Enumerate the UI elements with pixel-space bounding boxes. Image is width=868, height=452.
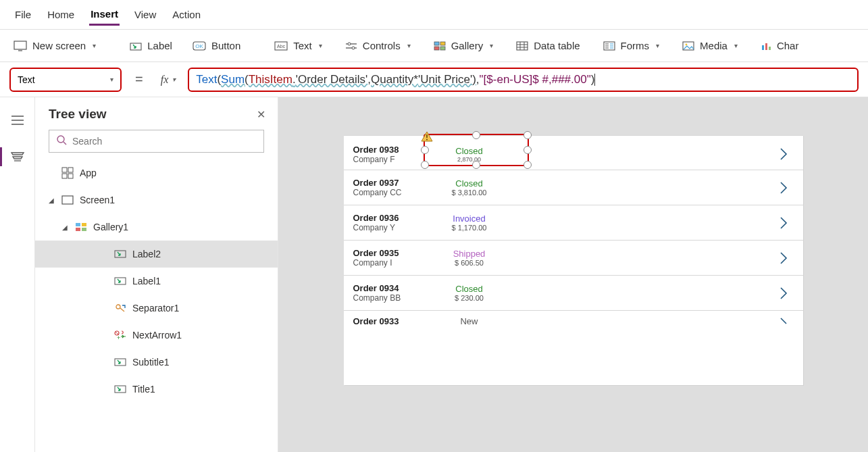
next-arrow-icon[interactable] [510, 180, 794, 195]
resize-handle[interactable] [472, 161, 480, 169]
property-selector-value: Text [18, 74, 35, 85]
tree-node-subtitle1[interactable]: Subtitle1 [35, 349, 278, 376]
label-button[interactable]: Label [130, 40, 172, 51]
order-status: New [429, 316, 510, 326]
workspace: Tree view ✕ App ◢ Screen1 [0, 97, 868, 452]
app-preview[interactable]: Order 0938 Company F Closed 2,870.00 Ord… [344, 135, 803, 385]
menu-home[interactable]: Home [46, 5, 76, 24]
table-icon [516, 41, 528, 51]
menu-insert[interactable]: Insert [89, 4, 120, 26]
resize-handle[interactable] [421, 146, 429, 154]
tree-search-input[interactable] [72, 136, 257, 147]
fx-button[interactable]: fx▾ [157, 72, 180, 87]
label-icon [113, 382, 127, 396]
svg-rect-43 [82, 223, 86, 226]
data-table-button[interactable]: Data table [516, 40, 580, 51]
tree-view-panel: Tree view ✕ App ◢ Screen1 [35, 97, 278, 452]
order-price: $ 3,810.00 [429, 189, 510, 197]
svg-point-55 [426, 139, 428, 141]
next-arrow-icon[interactable] [510, 216, 794, 230]
resize-handle[interactable] [524, 131, 532, 139]
tree-search[interactable] [49, 130, 264, 153]
svg-rect-41 [62, 196, 73, 204]
close-icon[interactable]: ✕ [257, 108, 265, 121]
resize-handle[interactable] [421, 161, 429, 169]
svg-rect-13 [434, 47, 439, 50]
tok-format: "[$-en-US]$ #,###.00" [480, 73, 591, 86]
icon-group-icon: + [113, 328, 127, 342]
tree-node-title1[interactable]: Title1 [35, 376, 278, 403]
chevron-down-icon: ▾ [110, 76, 113, 83]
order-row[interactable]: Order 0938 Company F Closed 2,870.00 [344, 135, 803, 170]
canvas[interactable]: Order 0938 Company F Closed 2,870.00 Ord… [278, 97, 868, 452]
label-label: Label [147, 40, 172, 51]
svg-rect-15 [517, 42, 528, 50]
order-company: Company BB [353, 293, 429, 303]
svg-text:OK: OK [195, 43, 203, 49]
order-id: Order 0933 [353, 316, 429, 326]
svg-point-28 [686, 43, 688, 45]
label-icon [113, 274, 127, 288]
order-status: Closed [429, 284, 510, 294]
screen-icon [61, 193, 74, 207]
tree-node-label: NextArrow1 [132, 330, 182, 341]
tok-mul: * [413, 73, 418, 86]
tree-node-label: Label1 [132, 276, 161, 286]
svg-rect-11 [434, 42, 439, 45]
forms-label: Forms [621, 40, 650, 51]
order-row[interactable]: Order 0934 Company BB Closed $ 230.00 [344, 276, 803, 311]
order-id: Order 0935 [353, 248, 429, 258]
chart-icon [761, 41, 771, 51]
tok-thisitem: ThisItem [249, 73, 292, 86]
tree-node-screen1[interactable]: ◢ Screen1 [35, 186, 278, 214]
tree-view-icon[interactable] [5, 145, 30, 169]
selection-outline[interactable] [424, 134, 529, 166]
svg-rect-29 [762, 45, 764, 50]
chart-label: Char [777, 40, 799, 51]
menu-view[interactable]: View [133, 5, 157, 24]
resize-handle[interactable] [524, 161, 532, 169]
sliders-icon [345, 41, 357, 51]
expander-icon[interactable]: ◢ [62, 224, 69, 231]
order-row[interactable]: Order 0936 Company Y Invoiced $ 1,170.00 [344, 205, 803, 241]
next-arrow-icon[interactable] [510, 286, 794, 301]
formula-input[interactable]: Text( Sum( ThisItem.'Order Details', Qua… [188, 68, 859, 92]
order-company: Company Y [353, 223, 429, 232]
order-row[interactable]: Order 0933 New [344, 311, 803, 385]
tree-node-label2[interactable]: Label2 [35, 241, 278, 268]
button-button[interactable]: OK Button [193, 40, 240, 51]
expander-icon[interactable]: ◢ [49, 197, 55, 204]
menu-file[interactable]: File [14, 5, 32, 24]
tok-quantity: Quantity [371, 73, 413, 86]
media-button[interactable]: Media ▾ [682, 40, 738, 51]
next-arrow-icon[interactable] [510, 251, 794, 266]
tree-node-nextarrow1[interactable]: + NextArrow1 [35, 322, 278, 349]
text-label: Text [293, 40, 312, 51]
svg-rect-31 [769, 47, 771, 50]
resize-handle[interactable] [472, 131, 480, 139]
order-id: Order 0938 [353, 145, 429, 155]
tree-node-app[interactable]: App [35, 159, 278, 186]
controls-button[interactable]: Controls ▾ [345, 40, 411, 51]
gallery-button[interactable]: Gallery ▾ [434, 40, 494, 51]
new-screen-button[interactable]: New screen ▾ [14, 40, 96, 51]
next-arrow-icon[interactable] [510, 147, 794, 161]
tree-node-gallery1[interactable]: ◢ Gallery1 [35, 214, 278, 241]
hamburger-icon[interactable] [5, 108, 30, 132]
svg-rect-39 [62, 174, 67, 178]
next-arrow-icon[interactable] [510, 316, 794, 331]
tok-sumfn: Sum [221, 73, 245, 86]
order-row[interactable]: Order 0937 Company CC Closed $ 3,810.00 [344, 170, 803, 205]
text-button[interactable]: Abc Text ▾ [274, 40, 322, 51]
tree-node-separator1[interactable]: Separator1 [35, 295, 278, 322]
chart-button[interactable]: Char [761, 40, 799, 51]
order-company: Company F [353, 155, 429, 164]
menu-action[interactable]: Action [171, 5, 202, 24]
order-row[interactable]: Order 0935 Company I Shipped $ 606.50 [344, 241, 803, 276]
forms-button[interactable]: Forms ▾ [603, 40, 660, 51]
order-status: Invoiced [429, 214, 510, 224]
resize-handle[interactable] [524, 146, 532, 154]
property-selector[interactable]: Text ▾ [9, 68, 122, 92]
tree-node-label1[interactable]: Label1 [35, 268, 278, 295]
app-icon [61, 166, 74, 180]
